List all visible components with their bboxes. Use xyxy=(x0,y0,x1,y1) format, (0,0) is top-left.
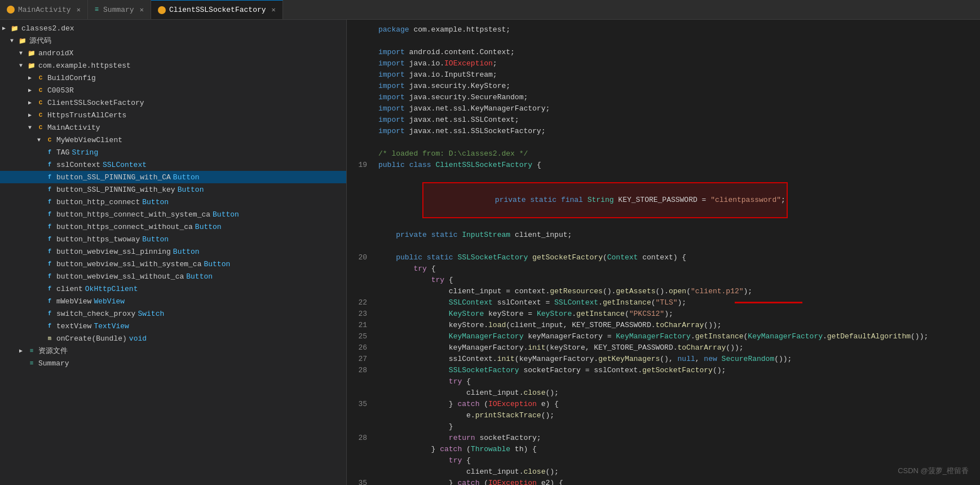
watermark: CSDN @菠萝_橙留香 xyxy=(898,466,969,476)
label-androidx: androidX xyxy=(38,49,73,58)
tab-main-activity[interactable]: MainActivity ✕ xyxy=(0,0,88,19)
code-line-import3: import java.io.InputStream; xyxy=(347,69,980,81)
sidebar-item-button-http[interactable]: f button_http_connect Button xyxy=(0,196,346,208)
line-num-35a: 35 xyxy=(347,399,374,410)
sidebar-item-button-ssl-key[interactable]: f button_SSL_PINNING_with_key Button xyxy=(0,183,346,196)
sidebar-item-androidx[interactable]: 📁 androidX xyxy=(0,47,346,59)
sidebar-item-textview[interactable]: f textView TextView xyxy=(0,320,346,332)
label-button-https-twoway: button_https_twoway xyxy=(56,235,140,244)
sidebar-item-buildconfig[interactable]: C BuildConfig xyxy=(0,72,346,84)
sidebar-item-button-https-noca[interactable]: f button_https_connect_without_ca Button xyxy=(0,221,346,233)
label-httpsallcerts: HttpsTrustAllCerts xyxy=(47,111,126,120)
chevron-mywebviewclient xyxy=(37,137,45,143)
tab-summary[interactable]: ≡ Summary ✕ xyxy=(88,0,151,19)
field-icon-button-webview-system: f xyxy=(45,259,54,268)
field-icon-button-webview-ssl: f xyxy=(45,247,54,256)
line-content-26: keyManagerFactory.init(keyStore, KEY_STO… xyxy=(374,342,980,354)
tab-close-main-activity[interactable]: ✕ xyxy=(77,6,81,14)
code-line-26: 26 keyManagerFactory.init(keyStore, KEY_… xyxy=(347,342,980,354)
line-content-catch-throwable: } catch (Throwable th) { xyxy=(374,444,980,455)
line-content-blank1 xyxy=(374,36,980,47)
line-num-21: 21 xyxy=(347,320,374,331)
sidebar-item-client[interactable]: f client OkHttpClient xyxy=(0,283,346,295)
code-area[interactable]: package com.example.httpstest; import an… xyxy=(347,20,980,485)
type-button-webview-system: Button xyxy=(204,260,230,268)
line-content-try4: try { xyxy=(374,455,980,466)
class-icon-buildconfig: C xyxy=(36,73,45,82)
line-content-import3: import java.io.InputStream; xyxy=(374,69,980,81)
line-content-client-input: private static InputStream client_input; xyxy=(374,230,980,241)
type-button-ssl-key: Button xyxy=(178,186,204,194)
line-content-22: SSLContext sslContext = SSLContext.getIn… xyxy=(374,297,980,308)
line-content-print1: e.printStackTrace(); xyxy=(374,410,980,421)
line-content-import2: import java.io.IOException; xyxy=(374,58,980,69)
tab-client-ssl[interactable]: ClientSSLSocketFactory ✕ xyxy=(151,0,283,19)
sidebar-item-tag[interactable]: f TAG String xyxy=(0,146,346,158)
line-content-try1: try { xyxy=(374,263,980,275)
field-icon-client: f xyxy=(45,284,54,293)
sidebar-item-sourcecode[interactable]: 📁 源代码 xyxy=(0,34,346,47)
sidebar-item-resources[interactable]: ≡ 资源文件 xyxy=(0,345,346,357)
sidebar-item-c0053r[interactable]: C C0053R xyxy=(0,84,346,96)
tab-label-client-ssl: ClientSSLSocketFactory xyxy=(169,6,266,14)
summary-icon: ≡ xyxy=(27,359,36,368)
sidebar-item-summary[interactable]: ≡ Summary xyxy=(0,357,346,369)
tab-label-main-activity: MainActivity xyxy=(18,6,71,14)
tab-icon-client-ssl xyxy=(158,6,166,14)
field-icon-mwebview: f xyxy=(45,297,54,306)
sidebar-item-classes2dex[interactable]: 📁 classes2.dex xyxy=(0,22,346,34)
code-line-27: 27 sslContext.init(keyManagerFactory.get… xyxy=(347,354,980,365)
line-content-23: KeyStore keyStore = KeyStore.getInstance… xyxy=(374,308,980,320)
line-content-import1: import android.content.Context; xyxy=(374,47,980,58)
tab-close-summary[interactable]: ✕ xyxy=(140,6,144,14)
sidebar-item-mainactivity[interactable]: C MainActivity xyxy=(0,121,346,134)
sidebar[interactable]: 📁 classes2.dex 📁 源代码 📁 androidX 📁 com.ex… xyxy=(0,20,347,485)
code-line-blank3 xyxy=(347,241,980,252)
code-line-import5: import java.security.SecureRandom; xyxy=(347,92,980,103)
sidebar-item-clientssl[interactable]: C ClientSSLSocketFactory xyxy=(0,96,346,109)
type-button-ssl-ca: Button xyxy=(173,173,200,182)
code-line-21: 21 keyStore.load(client_input, KEY_STORE… xyxy=(347,320,980,331)
tab-icon-summary: ≡ xyxy=(95,6,99,14)
sidebar-item-sslcontext[interactable]: f sslContext SSLContext xyxy=(0,158,346,171)
method-icon-oncreate: m xyxy=(45,334,54,343)
chevron-classes2dex xyxy=(2,25,10,32)
sidebar-item-button-ssl-ca[interactable]: f button_SSL_PINNING_with_CA Button xyxy=(0,171,346,183)
sidebar-item-package[interactable]: 📁 com.example.httpstest xyxy=(0,59,346,72)
line-num-23: 23 xyxy=(347,308,374,320)
sidebar-item-mwebview[interactable]: f mWebView WebView xyxy=(0,295,346,307)
folder-icon-classes2dex: 📁 xyxy=(10,24,19,33)
type-tag: String xyxy=(72,148,98,157)
sidebar-item-button-webview-ssl[interactable]: f button_webview_ssl_pinning Button xyxy=(0,245,346,258)
code-line-try4: try { xyxy=(347,455,980,466)
line-content-try2: try { xyxy=(374,275,980,286)
type-button-http: Button xyxy=(142,198,169,206)
chevron-buildconfig xyxy=(28,74,36,81)
line-content-import4: import java.security.KeyStore; xyxy=(374,81,980,92)
sidebar-item-oncreate[interactable]: m onCreate(Bundle) void xyxy=(0,332,346,345)
sidebar-item-button-webview-noca[interactable]: f button_webview_ssl_without_ca Button xyxy=(0,270,346,283)
line-content-close2: client_input.close(); xyxy=(374,466,980,478)
chevron-clientssl xyxy=(28,99,36,106)
code-line-try1: try { xyxy=(347,263,980,275)
field-icon-sslcontext: f xyxy=(45,160,54,169)
code-line-23: 23 KeyStore keyStore = KeyStore.getInsta… xyxy=(347,308,980,320)
field-icon-tag: f xyxy=(45,148,54,157)
tab-bar: MainActivity ✕ ≡ Summary ✕ ClientSSLSock… xyxy=(0,0,980,20)
line-content-blank2 xyxy=(374,137,980,148)
sidebar-item-button-webview-system[interactable]: f button_webview_ssl_with_system_ca Butt… xyxy=(0,258,346,270)
sidebar-item-button-https-twoway[interactable]: f button_https_twoway Button xyxy=(0,233,346,245)
tab-label-summary: Summary xyxy=(103,6,134,14)
label-sslcontext: sslContext xyxy=(56,161,100,169)
line-content-27: sslContext.init(keyManagerFactory.getKey… xyxy=(374,354,980,365)
sidebar-item-httpsallcerts[interactable]: C HttpsTrustAllCerts xyxy=(0,109,346,121)
tab-close-client-ssl[interactable]: ✕ xyxy=(272,6,276,14)
sidebar-item-switch[interactable]: f switch_check_proxy Switch xyxy=(0,307,346,320)
sidebar-item-button-https-system[interactable]: f button_https_connect_with_system_ca Bu… xyxy=(0,208,346,221)
type-button-webview-noca: Button xyxy=(186,272,213,281)
sidebar-item-mywebviewclient[interactable]: C MyWebViewClient xyxy=(0,134,346,146)
class-icon-c0053r: C xyxy=(36,86,45,95)
line-content-import7: import javax.net.ssl.SSLContext; xyxy=(374,114,980,126)
label-mwebview: mWebView xyxy=(56,297,91,306)
type-oncreate: void xyxy=(129,334,147,343)
